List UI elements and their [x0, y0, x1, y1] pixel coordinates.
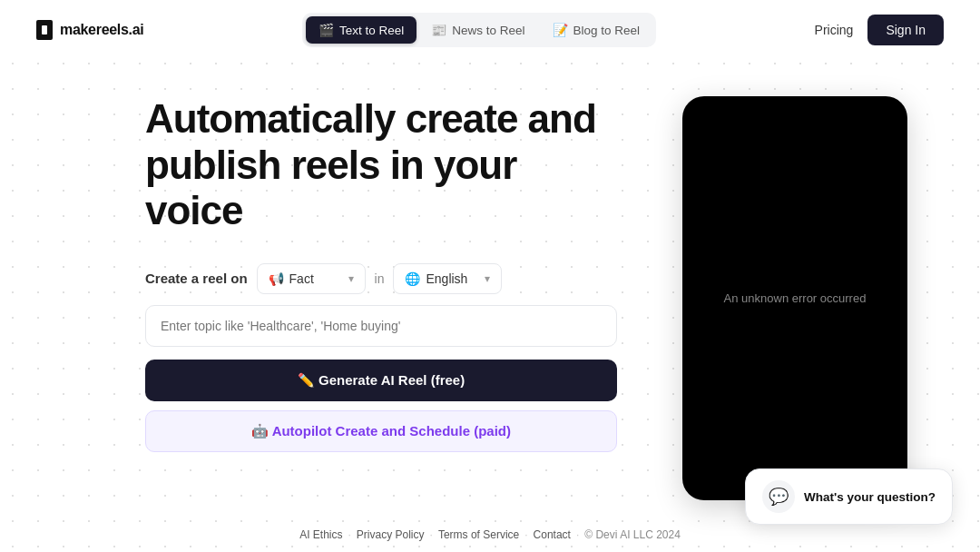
- header-right: Pricing Sign In: [815, 15, 944, 45]
- topic-input[interactable]: [145, 305, 617, 347]
- left-panel: Automatically create and publish reels i…: [145, 96, 617, 452]
- logo: makereels.ai: [36, 20, 143, 40]
- topic-dropdown-icon: 📢: [269, 271, 284, 286]
- hero-title: Automatically create and publish reels i…: [145, 96, 617, 234]
- footer-privacy-policy[interactable]: Privacy Policy: [357, 528, 425, 541]
- logo-text: makereels.ai: [60, 22, 143, 38]
- phone-error-text: An unknown error occurred: [724, 291, 867, 305]
- news-to-reel-icon: 📰: [431, 23, 446, 37]
- create-row: Create a reel on 📢 Fact ▾ in 🌐 English ▾: [145, 263, 617, 294]
- topic-dropdown-value: Fact: [289, 271, 314, 286]
- signin-button[interactable]: Sign In: [867, 15, 944, 45]
- tab-text-to-reel[interactable]: 🎬 Text to Reel: [306, 16, 416, 44]
- hero-title-line1: Automatically create and: [145, 96, 596, 141]
- chat-icon: 💬: [762, 480, 795, 513]
- right-panel: An unknown error occurred: [682, 96, 907, 500]
- language-dropdown-value: English: [426, 271, 467, 286]
- chat-widget[interactable]: 💬 What's your question?: [745, 468, 953, 525]
- footer-copyright: © Devi AI LLC 2024: [584, 528, 681, 541]
- logo-icon: [36, 20, 53, 40]
- main-content: Automatically create and publish reels i…: [0, 60, 980, 500]
- language-dropdown-icon: 🌐: [405, 271, 420, 286]
- language-dropdown[interactable]: 🌐 English ▾: [393, 263, 502, 294]
- phone-mockup: An unknown error occurred: [682, 96, 907, 500]
- nav-tabs: 🎬 Text to Reel 📰 News to Reel 📝 Blog to …: [302, 13, 656, 47]
- text-to-reel-icon: 🎬: [318, 23, 334, 37]
- footer-contact[interactable]: Contact: [534, 528, 571, 541]
- tab-blog-to-reel-label: Blog to Reel: [573, 24, 641, 37]
- in-text: in: [375, 271, 385, 286]
- generate-reel-button[interactable]: ✏️ Generate AI Reel (free): [145, 360, 617, 401]
- hero-title-line2: publish reels in your voice: [145, 143, 516, 233]
- blog-to-reel-icon: 📝: [553, 23, 568, 37]
- footer-separator-4: ·: [576, 528, 579, 541]
- autopilot-button[interactable]: 🤖 Autopilot Create and Schedule (paid): [145, 410, 617, 452]
- footer-separator-2: ·: [430, 528, 433, 541]
- language-chevron-down-icon: ▾: [485, 272, 490, 285]
- header: makereels.ai 🎬 Text to Reel 📰 News to Re…: [0, 0, 980, 60]
- footer-separator-3: ·: [524, 528, 527, 541]
- footer-terms-of-service[interactable]: Terms of Service: [438, 528, 519, 541]
- create-label: Create a reel on: [145, 271, 248, 286]
- footer-separator-1: ·: [348, 528, 351, 541]
- tab-blog-to-reel[interactable]: 📝 Blog to Reel: [540, 16, 653, 44]
- footer-ai-ethics[interactable]: AI Ethics: [299, 528, 342, 541]
- topic-chevron-down-icon: ▾: [348, 272, 354, 285]
- tab-text-to-reel-label: Text to Reel: [339, 24, 404, 37]
- chat-icon-symbol: 💬: [769, 487, 789, 507]
- pricing-link[interactable]: Pricing: [815, 23, 854, 37]
- tab-news-to-reel-label: News to Reel: [452, 24, 524, 37]
- topic-dropdown[interactable]: 📢 Fact ▾: [257, 263, 366, 294]
- chat-widget-text: What's your question?: [804, 490, 936, 504]
- tab-news-to-reel[interactable]: 📰 News to Reel: [418, 16, 537, 44]
